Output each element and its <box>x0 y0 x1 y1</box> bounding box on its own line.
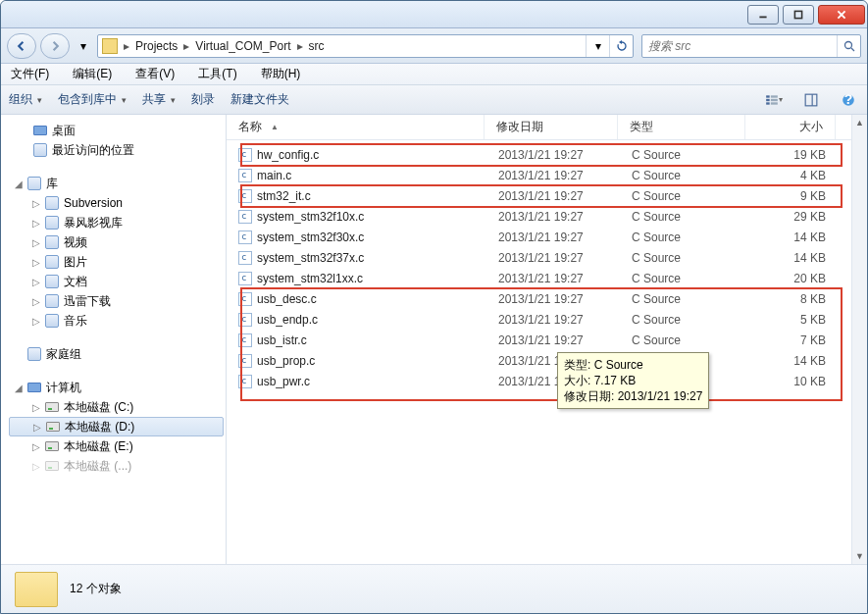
file-row[interactable]: system_stm32f37x.c2013/1/21 19:27C Sourc… <box>227 247 851 268</box>
file-list[interactable]: hw_config.c2013/1/21 19:27C Source19 KBm… <box>227 140 851 564</box>
file-row[interactable]: usb_prop.c2013/1/21 19:27C Source14 KB <box>227 350 851 371</box>
tree-drive-e[interactable]: ▷本地磁盘 (E:) <box>9 436 224 456</box>
include-library-button[interactable]: 包含到库中 <box>58 91 127 108</box>
preview-pane-icon[interactable] <box>800 89 822 111</box>
file-type: C Source <box>620 333 747 347</box>
svg-rect-6 <box>766 95 770 97</box>
file-name: system_stm32f10x.c <box>257 210 486 224</box>
file-row[interactable]: system_stm32f30x.c2013/1/21 19:27C Sourc… <box>227 227 851 247</box>
col-date[interactable]: 修改日期 <box>485 115 618 139</box>
breadcrumb-item[interactable]: Projects <box>131 39 181 53</box>
file-size: 8 KB <box>747 292 826 306</box>
file-name: usb_istr.c <box>257 333 486 347</box>
file-size: 10 KB <box>747 375 826 388</box>
file-size: 4 KB <box>747 169 826 182</box>
file-size: 7 KB <box>747 333 826 347</box>
tree-recent[interactable]: 最近访问的位置 <box>9 140 224 160</box>
forward-button[interactable] <box>40 33 70 59</box>
drive-icon <box>44 399 60 415</box>
crumb-sep[interactable]: ▸ <box>122 39 131 53</box>
new-folder-button[interactable]: 新建文件夹 <box>230 91 289 108</box>
share-button[interactable]: 共享 <box>142 91 176 108</box>
c-file-icon <box>238 313 252 327</box>
file-date: 2013/1/21 19:27 <box>486 272 620 285</box>
file-row[interactable]: hw_config.c2013/1/21 19:27C Source19 KB <box>227 144 851 165</box>
svg-point-4 <box>844 41 851 48</box>
tree-docs[interactable]: ▷文档 <box>9 272 224 291</box>
scroll-up-icon[interactable]: ▲ <box>852 115 867 130</box>
back-button[interactable] <box>7 33 36 59</box>
tree-music[interactable]: ▷音乐 <box>9 311 224 331</box>
address-bar[interactable]: ▸ Projects ▸ Virtual_COM_Port ▸ src ▾ <box>97 34 634 58</box>
col-name[interactable]: 名称 <box>227 115 485 139</box>
menu-help[interactable]: 帮助(H) <box>255 64 307 84</box>
tree-homegroup[interactable]: 家庭组 <box>9 344 224 364</box>
scroll-down-icon[interactable]: ▼ <box>852 548 867 564</box>
file-row[interactable]: usb_istr.c2013/1/21 19:27C Source7 KB <box>227 330 851 350</box>
col-size[interactable]: 大小 <box>745 115 836 139</box>
file-row[interactable]: main.c2013/1/21 19:27C Source4 KB <box>227 165 851 185</box>
refresh-button[interactable] <box>609 35 633 57</box>
file-pane: 名称 修改日期 类型 大小 hw_config.c2013/1/21 19:27… <box>227 115 867 564</box>
tree-subversion[interactable]: ▷Subversion <box>9 193 224 213</box>
file-row[interactable]: usb_endp.c2013/1/21 19:27C Source5 KB <box>227 309 851 330</box>
svg-rect-1 <box>794 11 801 18</box>
history-dropdown[interactable]: ▾ <box>74 36 93 56</box>
col-type[interactable]: 类型 <box>618 115 745 139</box>
tree-libs[interactable]: ◢库 <box>9 174 224 193</box>
svg-text:?: ? <box>844 93 853 107</box>
close-button[interactable] <box>818 5 865 25</box>
search-box[interactable] <box>641 34 861 58</box>
desktop-icon <box>32 123 48 138</box>
tree-xunlei[interactable]: ▷迅雷下载 <box>9 291 224 311</box>
nav-tree[interactable]: 桌面 最近访问的位置 ◢库 ▷Subversion ▷暴风影视库 ▷视频 ▷图片… <box>1 115 227 564</box>
expand-icon[interactable]: ◢ <box>15 383 26 393</box>
tree-pictures[interactable]: ▷图片 <box>9 252 224 272</box>
breadcrumb-item[interactable]: src <box>305 39 329 53</box>
menu-edit[interactable]: 编辑(E) <box>67 64 118 84</box>
c-file-icon <box>238 375 252 388</box>
file-row[interactable]: stm32_it.c2013/1/21 19:27C Source9 KB <box>227 185 851 206</box>
recent-icon <box>32 142 48 158</box>
menu-view[interactable]: 查看(V) <box>129 64 180 84</box>
tree-drive-c[interactable]: ▷本地磁盘 (C:) <box>9 397 224 417</box>
file-name: usb_prop.c <box>257 354 486 368</box>
breadcrumb-item[interactable]: Virtual_COM_Port <box>191 39 294 53</box>
tree-storm[interactable]: ▷暴风影视库 <box>9 213 224 232</box>
file-row[interactable]: usb_desc.c2013/1/21 19:27C Source8 KB <box>227 288 851 309</box>
file-row[interactable]: usb_pwr.c2013/1/21 19:27C Source10 KB <box>227 371 851 391</box>
organize-button[interactable]: 组织 <box>9 91 42 108</box>
help-icon[interactable]: ? <box>838 89 859 111</box>
file-date: 2013/1/21 19:27 <box>486 251 620 265</box>
menu-tools[interactable]: 工具(T) <box>192 64 242 84</box>
tree-drive-d[interactable]: ▷本地磁盘 (D:) <box>9 417 224 436</box>
view-mode-icon[interactable]: ▾ <box>763 89 785 111</box>
crumb-sep[interactable]: ▸ <box>181 39 191 53</box>
crumb-sep[interactable]: ▸ <box>295 39 305 53</box>
folder-icon <box>102 38 118 54</box>
burn-button[interactable]: 刻录 <box>191 91 215 108</box>
search-input[interactable] <box>642 39 837 53</box>
file-row[interactable]: system_stm32f10x.c2013/1/21 19:27C Sourc… <box>227 206 851 227</box>
computer-icon <box>26 380 42 395</box>
tree-drive-more[interactable]: ▷本地磁盘 (...) <box>9 456 224 476</box>
menu-file[interactable]: 文件(F) <box>5 64 55 84</box>
file-row[interactable]: system_stm32l1xx.c2013/1/21 19:27C Sourc… <box>227 268 851 288</box>
scrollbar[interactable]: ▲ ▼ <box>851 115 867 564</box>
search-button[interactable] <box>837 35 860 57</box>
statusbar: 12 个对象 <box>1 564 867 613</box>
maximize-button[interactable] <box>783 5 814 25</box>
pictures-icon <box>44 254 60 270</box>
subversion-icon <box>44 195 60 211</box>
file-date: 2013/1/21 19:27 <box>486 333 620 347</box>
file-date: 2013/1/21 19:27 <box>486 189 620 203</box>
address-dropdown[interactable]: ▾ <box>586 35 609 57</box>
file-size: 14 KB <box>747 230 826 244</box>
column-headers: 名称 修改日期 类型 大小 <box>227 115 851 140</box>
tree-computer[interactable]: ◢计算机 <box>9 378 224 397</box>
tree-desktop[interactable]: 桌面 <box>9 121 224 140</box>
tree-video[interactable]: ▷视频 <box>9 232 224 252</box>
file-date: 2013/1/21 19:27 <box>486 292 620 306</box>
expand-icon[interactable]: ◢ <box>15 179 26 189</box>
minimize-button[interactable] <box>747 5 779 25</box>
